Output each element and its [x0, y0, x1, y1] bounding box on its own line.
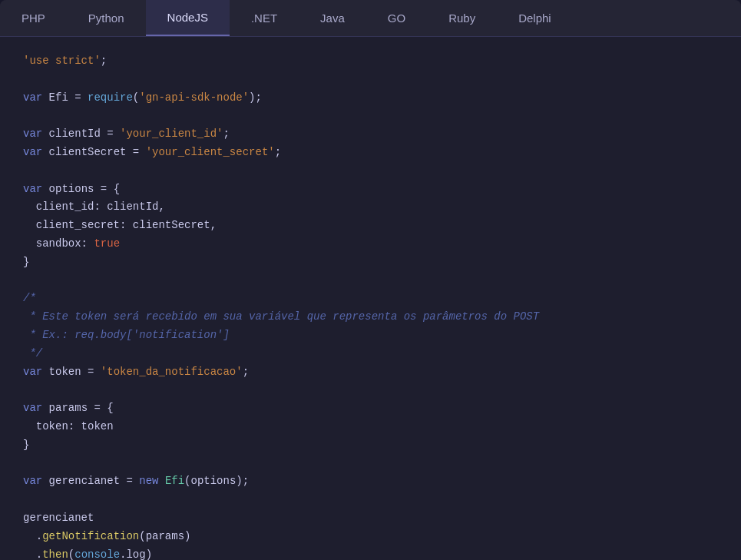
- code-line-9: client_id: clientId,: [23, 198, 718, 217]
- code-line-28: .then(console.log): [23, 546, 718, 560]
- code-content: 'use strict'; var Efi = require('gn-api-…: [0, 37, 741, 560]
- code-line-5: var clientId = 'your_client_id';: [23, 125, 718, 144]
- code-line-18: var token = 'token_da_notificacao';: [23, 363, 718, 382]
- code-line-13: [23, 272, 718, 290]
- tab-java[interactable]: Java: [299, 0, 366, 36]
- code-line-25: [23, 491, 718, 509]
- code-line-8: var options = {: [23, 181, 718, 199]
- code-line-7: [23, 162, 718, 181]
- code-line-6: var clientSecret = 'your_client_secret';: [23, 144, 718, 162]
- tab-go[interactable]: GO: [366, 0, 427, 36]
- code-line-26: gerencianet: [23, 509, 718, 528]
- code-line-24: var gerencianet = new Efi(options);: [23, 472, 718, 491]
- code-line-22: }: [23, 436, 718, 455]
- code-line-2: [23, 71, 718, 89]
- code-line-14: /*: [23, 290, 718, 308]
- language-tabs: PHP Python NodeJS .NET Java GO Ruby Delp…: [0, 0, 741, 37]
- code-line-17: */: [23, 345, 718, 363]
- code-line-3: var Efi = require('gn-api-sdk-node');: [23, 89, 718, 108]
- tab-dotnet[interactable]: .NET: [230, 0, 299, 36]
- code-line-10: client_secret: clientSecret,: [23, 217, 718, 235]
- code-line-23: [23, 455, 718, 473]
- code-line-16: * Ex.: req.body['notification']: [23, 326, 718, 345]
- code-line-1: 'use strict';: [23, 52, 718, 71]
- tab-delphi[interactable]: Delphi: [497, 0, 573, 36]
- code-line-15: * Este token será recebido em sua variáv…: [23, 308, 718, 326]
- code-line-4: [23, 107, 718, 125]
- tab-php[interactable]: PHP: [0, 0, 67, 36]
- code-line-20: var params = {: [23, 399, 718, 418]
- code-line-11: sandbox: true: [23, 235, 718, 253]
- code-line-12: }: [23, 253, 718, 272]
- tab-nodejs[interactable]: NodeJS: [146, 0, 230, 36]
- tab-python[interactable]: Python: [67, 0, 146, 36]
- code-line-27: .getNotification(params): [23, 528, 718, 546]
- tab-ruby[interactable]: Ruby: [427, 0, 497, 36]
- code-line-19: [23, 381, 718, 399]
- code-line-21: token: token: [23, 418, 718, 436]
- code-viewer: PHP Python NodeJS .NET Java GO Ruby Delp…: [0, 0, 741, 560]
